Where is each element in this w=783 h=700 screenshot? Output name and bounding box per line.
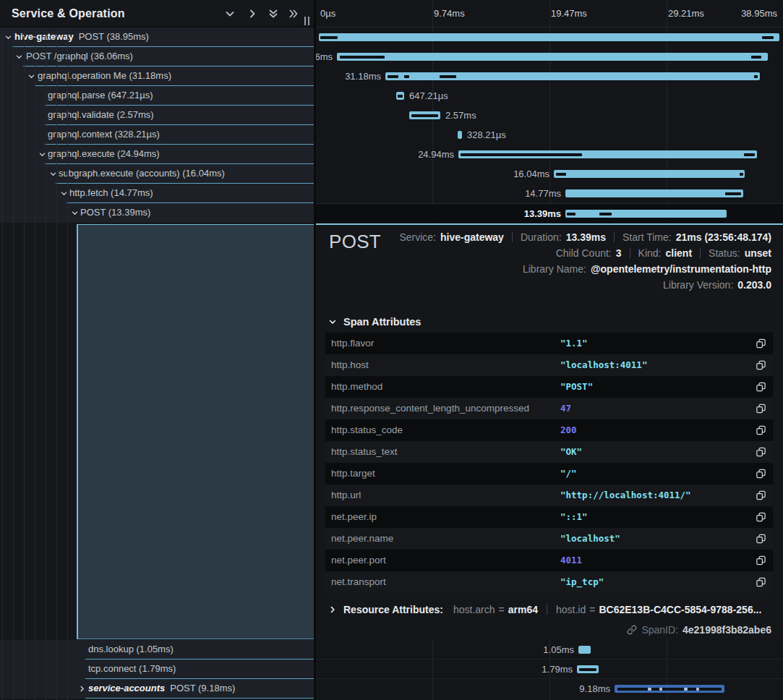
chevron-down-icon[interactable] <box>15 53 23 61</box>
attribute-key: http.target <box>331 463 375 485</box>
section-title: Resource Attributes: <box>343 604 443 615</box>
chevron-right-icon[interactable] <box>247 8 258 20</box>
span-bar[interactable] <box>615 685 724 693</box>
span-row-hive-gateway-post[interactable]: hive-gatewayPOST (38.95ms) <box>0 27 314 47</box>
chevron-down-icon[interactable] <box>71 209 79 217</box>
chevron-down-icon[interactable] <box>4 33 12 41</box>
span-bar[interactable] <box>458 131 462 139</box>
field-separator <box>700 248 701 258</box>
field-separator <box>630 248 630 258</box>
copy-icon[interactable] <box>756 576 766 588</box>
attribute-value: "localhost:4011" <box>560 354 647 376</box>
panel-divider[interactable] <box>314 0 316 700</box>
span-row-subgraph-execute[interactable]: subgraph.execute (accounts) (16.04ms) <box>0 164 314 184</box>
copy-icon[interactable] <box>756 381 766 393</box>
span-bar[interactable] <box>396 92 404 100</box>
field-label: Kind: <box>638 247 662 259</box>
span-row-graphql-execute[interactable]: graphql.execute (24.94ms) <box>0 145 314 164</box>
span-bar[interactable] <box>554 170 745 178</box>
field-label: Child Count: <box>556 247 612 259</box>
field-separator <box>512 232 513 242</box>
time-tick: 9.74ms <box>434 0 465 27</box>
duration-label: 24.94ms <box>418 145 454 164</box>
span-bar[interactable] <box>578 646 591 654</box>
link-icon[interactable] <box>627 625 637 635</box>
double-chevron-right-icon[interactable] <box>288 8 299 20</box>
timeline-row[interactable]: 14.77ms <box>316 184 783 203</box>
span-row-post-graphql[interactable]: POST /graphql (36.06ms) <box>0 47 314 67</box>
copy-icon[interactable] <box>756 424 766 436</box>
span-bar[interactable] <box>565 210 727 218</box>
span-id-label: SpanID: <box>641 624 678 636</box>
attribute-key: http.status_code <box>331 419 403 441</box>
span-detail-panel: POST Service:hive-gateway Duration:13.39… <box>316 223 783 639</box>
attribute-value: "localhost" <box>560 528 620 550</box>
span-attributes-section-header[interactable]: Span Attributes <box>328 316 421 328</box>
attribute-value: 47 <box>560 398 571 419</box>
duration-label: 328.21µs <box>467 125 506 145</box>
resource-attributes-row[interactable]: Resource Attributes: host.arch = arm64 h… <box>328 604 761 615</box>
field-label: Library Version: <box>663 279 733 291</box>
span-row-dns-lookup[interactable]: dns.lookup (1.05ms) <box>0 640 314 660</box>
span-row-post-selected[interactable]: POST (13.39ms) <box>0 203 314 223</box>
span-row-http-fetch[interactable]: http.fetch (14.77ms) <box>0 184 314 203</box>
timeline-row-selected[interactable]: 13.39ms <box>316 203 783 223</box>
timeline-row[interactable]: 24.94ms <box>316 145 783 164</box>
attribute-key: http.method <box>331 376 382 398</box>
duration-label: 1.05ms <box>543 640 574 660</box>
span-row-service-accounts-post[interactable]: service-accountsPOST (9.18ms) <box>0 679 314 699</box>
resource-key: host.id <box>556 604 586 615</box>
span-title: POST <box>329 231 381 253</box>
timeline-row[interactable]: 328.21µs <box>316 125 783 145</box>
span-row-graphql-parse[interactable]: graphql.parse (647.21µs) <box>0 86 314 106</box>
field-label: Start Time: <box>622 231 672 243</box>
timeline-row[interactable]: 9.18ms <box>316 679 783 699</box>
copy-icon[interactable] <box>756 533 766 545</box>
chevron-right-icon[interactable] <box>78 685 86 693</box>
span-row-tcp-connect[interactable]: tcp.connect (1.79ms) <box>0 660 314 679</box>
field-label: Service: <box>399 231 436 243</box>
copy-icon[interactable] <box>756 446 766 458</box>
span-row-graphql-validate[interactable]: graphql.validate (2.57ms) <box>0 106 314 125</box>
span-bar[interactable] <box>337 53 768 61</box>
tree-header: Service & Operation <box>0 0 314 27</box>
time-tick: 29.21ms <box>668 0 704 27</box>
copy-icon[interactable] <box>756 490 766 501</box>
panel-resize-handle[interactable] <box>303 17 310 25</box>
timeline-row[interactable]: 2.57ms <box>316 106 783 125</box>
timeline-row[interactable]: 1.79ms <box>316 660 783 679</box>
timeline-row[interactable]: 31.18ms <box>316 67 783 86</box>
field-separator <box>614 232 615 242</box>
timeline-row[interactable]: 38.95ms <box>316 27 783 47</box>
span-bar[interactable] <box>565 189 743 197</box>
timeline-row[interactable]: 647.21µs <box>316 86 783 106</box>
copy-icon[interactable] <box>756 338 766 349</box>
span-row-graphql-context[interactable]: graphql.context (328.21µs) <box>0 125 314 145</box>
span-bar[interactable] <box>409 111 440 119</box>
attribute-value: "POST" <box>560 376 593 398</box>
selected-span-detail-block[interactable] <box>77 224 314 639</box>
span-row-graphql-operation[interactable]: graphql.operation Me (31.18ms) <box>0 67 314 86</box>
double-chevron-down-icon[interactable] <box>268 8 279 20</box>
span-bar[interactable] <box>385 72 760 80</box>
span-bar[interactable] <box>577 665 599 673</box>
field-value: client <box>665 247 692 259</box>
attribute-value: "::1" <box>560 506 588 528</box>
span-bar[interactable] <box>319 33 779 41</box>
span-label: http.fetch (14.77ms) <box>69 184 153 202</box>
copy-icon[interactable] <box>756 403 766 414</box>
span-bar[interactable] <box>458 150 757 158</box>
copy-icon[interactable] <box>756 359 766 371</box>
attribute-row: http.response_content_length_uncompresse… <box>325 398 773 419</box>
timeline-row[interactable]: 36.06ms <box>316 47 783 67</box>
duration-label: 16.04ms <box>513 164 549 184</box>
chevron-down-icon[interactable] <box>224 8 236 20</box>
time-tick: 0µs <box>320 0 335 27</box>
attribute-row: http.flavor "1.1" <box>325 333 773 354</box>
timeline-row[interactable]: 1.05ms <box>316 640 783 660</box>
field-label: Status: <box>709 247 740 259</box>
timeline-row[interactable]: 16.04ms <box>316 164 783 184</box>
copy-icon[interactable] <box>756 468 766 479</box>
copy-icon[interactable] <box>756 555 766 566</box>
copy-icon[interactable] <box>756 511 766 523</box>
